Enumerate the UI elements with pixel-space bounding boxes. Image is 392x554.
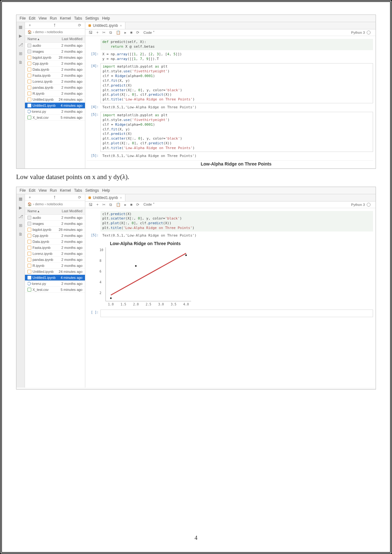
- run-icon[interactable]: ▸: [124, 30, 127, 35]
- file-cpp-ipynb[interactable]: Cpp.ipynb2 months ago: [25, 233, 85, 239]
- file-untitled-ipynb[interactable]: Untitled.ipynb24 minutes ago: [25, 269, 85, 275]
- tab-untitled1[interactable]: Untitled1.ipynb ×: [85, 22, 125, 29]
- menu-tabs[interactable]: Tabs: [74, 16, 82, 21]
- add-cell-icon[interactable]: +: [95, 202, 100, 207]
- notebook-cell[interactable]: [5]:import matplotlib.pyplot as pltplt.s…: [87, 112, 373, 152]
- menu-kernel[interactable]: Kernel: [60, 188, 71, 193]
- file-x_test-csv[interactable]: X_test.csv5 minutes ago: [25, 287, 85, 293]
- menu-settings[interactable]: Settings: [85, 188, 99, 193]
- tab-untitled1[interactable]: Untitled1.ipynb ×: [85, 194, 125, 201]
- menu-view[interactable]: View: [39, 16, 47, 21]
- stop-icon[interactable]: ■: [129, 202, 133, 207]
- breadcrumb[interactable]: 🏠 › demo › notebooks: [25, 201, 85, 208]
- cell-type-select[interactable]: Code ˅: [143, 31, 154, 35]
- menu-file[interactable]: File: [20, 188, 26, 193]
- file-pandas-ipynb[interactable]: pandas.ipynb2 months ago: [25, 85, 85, 91]
- new-icon[interactable]: +: [27, 195, 32, 200]
- file-images[interactable]: images2 months ago: [25, 49, 85, 55]
- cell-source[interactable]: clf.predict(X)plt.scatter(X[:, 0], y, co…: [100, 211, 373, 232]
- close-icon[interactable]: ×: [120, 196, 122, 200]
- restart-icon[interactable]: ⟳: [135, 30, 140, 35]
- menu-settings[interactable]: Settings: [85, 16, 99, 21]
- menu-help[interactable]: Help: [102, 16, 110, 21]
- run-icon[interactable]: ▸: [124, 202, 127, 207]
- empty-cell[interactable]: [ ]:: [87, 310, 373, 317]
- file-lorenz-ipynb[interactable]: Lorenz.ipynb2 months ago: [25, 79, 85, 85]
- run-icon[interactable]: ▶: [18, 33, 23, 39]
- doc-icon[interactable]: 🗎: [18, 232, 23, 237]
- breadcrumb[interactable]: 🏠 › demo › notebooks: [25, 29, 85, 36]
- kernel-indicator[interactable]: Python 3: [351, 31, 373, 34]
- file-fasta-ipynb[interactable]: Fasta.ipynb2 months ago: [25, 245, 85, 251]
- folder-icon[interactable]: ▦: [18, 196, 23, 202]
- menu-edit[interactable]: Edit: [29, 188, 35, 193]
- cell-source[interactable]: import matplotlib.pyplot as pltplt.style…: [100, 63, 373, 103]
- file-audio[interactable]: audio2 months ago: [25, 43, 85, 49]
- menu-file[interactable]: File: [20, 16, 26, 21]
- paste-icon[interactable]: 📋: [115, 30, 122, 35]
- cell-type-select[interactable]: Code ˅: [143, 202, 154, 207]
- paste-icon[interactable]: 📋: [115, 202, 122, 207]
- cell-source[interactable]: X = np.array([[1, 2], [2, 3], [4, 5]])y …: [100, 51, 373, 63]
- git-icon[interactable]: ⎇: [18, 214, 23, 220]
- file-x_test-csv[interactable]: X_test.csv5 minutes ago: [25, 115, 85, 121]
- file-r-ipynb[interactable]: R.ipynb2 months ago: [25, 263, 85, 269]
- file-cpp-ipynb[interactable]: Cpp.ipynb2 months ago: [25, 61, 85, 67]
- upload-icon[interactable]: ⭱: [51, 23, 58, 27]
- cell-source[interactable]: def predict(self, X): return X @ self.be…: [100, 39, 373, 50]
- file-audio[interactable]: audio2 months ago: [25, 215, 85, 221]
- notebook-cell[interactable]: clf.predict(X)plt.scatter(X[:, 0], y, co…: [87, 211, 373, 232]
- run-icon[interactable]: ▶: [18, 205, 23, 211]
- file-lorenz-py[interactable]: lorenz.py2 months ago: [25, 109, 85, 115]
- col-name[interactable]: Name: [27, 37, 37, 41]
- menu-edit[interactable]: Edit: [29, 16, 35, 21]
- stop-icon[interactable]: ■: [129, 30, 133, 35]
- file-pandas-ipynb[interactable]: pandas.ipynb2 months ago: [25, 257, 85, 263]
- cell-source[interactable]: import matplotlib.pyplot as pltplt.style…: [100, 112, 373, 152]
- git-icon[interactable]: ⎇: [18, 42, 23, 47]
- cut-icon[interactable]: ✂: [101, 202, 106, 207]
- new-icon[interactable]: +: [27, 23, 32, 27]
- notebook-cell[interactable]: [4]:import matplotlib.pyplot as pltplt.s…: [87, 63, 373, 103]
- file-images[interactable]: images2 months ago: [25, 221, 85, 227]
- file-untitled1-ipynb[interactable]: Untitled1.ipynb4 minutes ago: [25, 103, 85, 109]
- menu-run[interactable]: Run: [50, 16, 57, 21]
- file-bqplot-ipynb[interactable]: bqplot.ipynb28 minutes ago: [25, 55, 85, 61]
- file-lorenz-ipynb[interactable]: Lorenz.ipynb2 months ago: [25, 251, 85, 257]
- menu-kernel[interactable]: Kernel: [60, 16, 71, 21]
- restart-icon[interactable]: ⟳: [135, 202, 140, 207]
- extensions-icon[interactable]: ⊞: [18, 223, 23, 228]
- copy-icon[interactable]: ⧉: [108, 202, 113, 207]
- refresh-icon[interactable]: ⟳: [77, 23, 82, 27]
- notebook-cell[interactable]: [5]:Text(0.5,1,'Low-Alpha Ridge on Three…: [87, 232, 373, 239]
- kernel-indicator[interactable]: Python 3: [351, 203, 373, 207]
- notebook-cell[interactable]: [4]:Text(0.5,1,'Low-Alpha Ridge on Three…: [87, 104, 373, 111]
- save-icon[interactable]: 🖫: [88, 30, 93, 35]
- file-fasta-ipynb[interactable]: Fasta.ipynb2 months ago: [25, 73, 85, 79]
- file-untitled1-ipynb[interactable]: Untitled1.ipynb4 minutes ago: [25, 275, 85, 281]
- save-icon[interactable]: 🖫: [88, 202, 93, 207]
- doc-icon[interactable]: 🗎: [18, 59, 23, 65]
- upload-icon[interactable]: ⭱: [51, 195, 58, 200]
- menu-tabs[interactable]: Tabs: [74, 188, 82, 193]
- add-cell-icon[interactable]: +: [95, 30, 100, 35]
- file-lorenz-py[interactable]: lorenz.py2 months ago: [25, 281, 85, 287]
- folder-icon[interactable]: ▦: [18, 24, 23, 30]
- menu-help[interactable]: Help: [102, 188, 110, 193]
- file-untitled-ipynb[interactable]: Untitled.ipynb24 minutes ago: [25, 97, 85, 103]
- col-modified[interactable]: Last Modified: [62, 37, 82, 41]
- refresh-icon[interactable]: ⟳: [77, 195, 82, 200]
- menu-run[interactable]: Run: [50, 188, 57, 193]
- extensions-icon[interactable]: ⊞: [18, 51, 23, 56]
- close-icon[interactable]: ×: [120, 24, 122, 27]
- menu-view[interactable]: View: [39, 188, 47, 193]
- notebook-cell[interactable]: [5]:Text(0.5,1,'Low-Alpha Ridge on Three…: [87, 153, 373, 160]
- file-data-ipynb[interactable]: Data.ipynb2 months ago: [25, 239, 85, 245]
- cut-icon[interactable]: ✂: [101, 30, 106, 35]
- file-data-ipynb[interactable]: Data.ipynb2 months ago: [25, 67, 85, 73]
- notebook-cell[interactable]: def predict(self, X): return X @ self.be…: [87, 39, 373, 50]
- file-bqplot-ipynb[interactable]: bqplot.ipynb28 minutes ago: [25, 227, 85, 233]
- copy-icon[interactable]: ⧉: [108, 30, 113, 35]
- notebook-cell[interactable]: [3]:X = np.array([[1, 2], [2, 3], [4, 5]…: [87, 51, 373, 63]
- file-r-ipynb[interactable]: R.ipynb2 months ago: [25, 91, 85, 97]
